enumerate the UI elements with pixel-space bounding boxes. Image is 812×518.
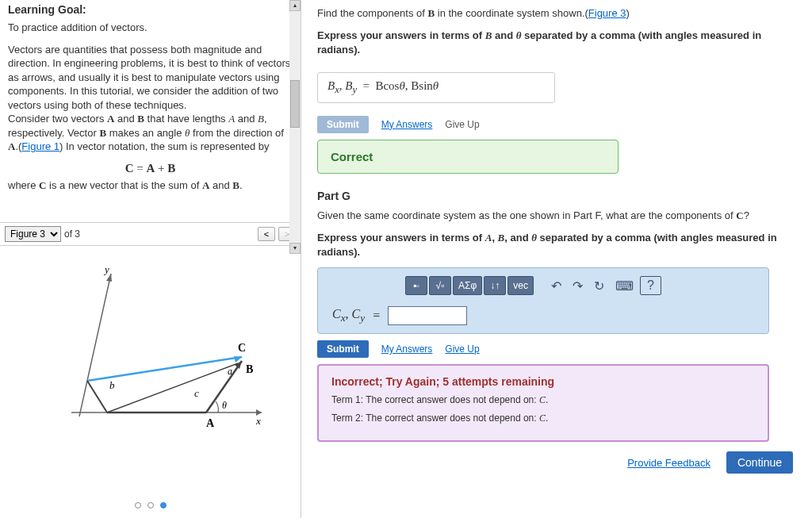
left-content: Learning Goal: To practice addition of v… [0, 0, 301, 208]
svg-line-9 [87, 381, 107, 412]
updown-tool-icon[interactable]: ↓↑ [484, 276, 506, 295]
fi2: in the coordinate system shown.( [435, 7, 588, 19]
scroll-thumb[interactable] [290, 80, 300, 128]
part-g-express: Express your answers in terms of A, B, a… [317, 231, 796, 259]
svg-text:y: y [103, 263, 109, 275]
w2: is a new vector that is the sum of [46, 179, 202, 191]
len-B: B [258, 113, 264, 125]
answer-input[interactable] [388, 306, 467, 325]
dot-1[interactable] [135, 502, 141, 508]
toolbar-row: ▪▫ √▫ ΑΣφ ↓↑ vec ↶ ↷ ↻ ⌨ ? [405, 276, 760, 295]
submit-button-g[interactable]: Submit [317, 340, 369, 358]
left-panel: Learning Goal: To practice addition of v… [0, 0, 301, 518]
svg-line-13 [107, 363, 238, 412]
correct-feedback: Correct [317, 140, 619, 174]
svg-text:A: A [206, 417, 215, 429]
vec-B2: B [99, 127, 106, 139]
goal-body-a: Vectors are quantities that possess both… [8, 44, 290, 111]
t6: from the direction of [190, 127, 284, 139]
t1: and [114, 113, 137, 125]
scroll-down-icon[interactable]: ▾ [289, 243, 301, 254]
svg-text:C: C [238, 342, 246, 354]
sqrt-tool-icon[interactable]: √▫ [429, 276, 451, 295]
incorrect-feedback: Incorrect; Try Again; 5 attempts remaini… [317, 364, 769, 442]
my-answers-link-g[interactable]: My Answers [381, 343, 433, 355]
part-f-buttons: Submit My Answers Give Up [317, 116, 796, 133]
continue-button[interactable]: Continue [726, 451, 793, 474]
vec-A2: A [8, 140, 15, 152]
incorrect-term-1: Term 1: The correct answer does not depe… [331, 394, 755, 406]
vec-B-f: B [427, 7, 435, 19]
t5: makes an angle [106, 127, 185, 139]
provide-feedback-link[interactable]: Provide Feedback [627, 457, 710, 469]
template-tool-icon[interactable]: ▪▫ [405, 276, 427, 295]
scroll-up-icon[interactable]: ▴ [289, 0, 301, 11]
svg-text:a: a [228, 366, 232, 377]
f-rhs: Bcosθ, Bsinθ [375, 79, 439, 92]
goal-intro: To practice addition of vectors. [8, 21, 293, 35]
svg-text:b: b [109, 379, 115, 391]
w4: . [239, 179, 243, 191]
dot-2[interactable] [147, 502, 154, 508]
incorrect-title: Incorrect; Try Again; 5 attempts remaini… [331, 375, 755, 388]
figure-prev-button[interactable]: < [258, 227, 275, 241]
figure-of-label: of 3 [64, 228, 80, 240]
vec-B: B [137, 113, 144, 125]
part-f-instruction: Find the components of B in the coordina… [317, 6, 796, 21]
figure-area: x y C b A c B a θ [0, 246, 301, 518]
g-lhs: Cx, Cy [332, 307, 365, 324]
w3: and [209, 179, 232, 191]
figure-select[interactable]: Figure 3 [5, 226, 61, 242]
vec-C: C [39, 179, 46, 191]
answer-toolbox: ▪▫ √▫ ΑΣφ ↓↑ vec ↶ ↷ ↻ ⌨ ? Cx, Cy = [317, 267, 769, 334]
len-A: A [228, 113, 235, 125]
incorrect-term-2: Term 2: The correct answer does not depe… [331, 412, 755, 424]
vector-diagram: x y C b A c B a θ [32, 262, 270, 436]
svg-line-3 [79, 274, 111, 416]
f-lhs: Bx, By [327, 79, 357, 92]
learning-goal-title: Learning Goal: [8, 3, 293, 16]
goal-body: Vectors are quantities that possess both… [8, 43, 293, 154]
where-line: where C is a new vector that is the sum … [8, 178, 293, 193]
svg-text:c: c [194, 387, 199, 399]
t7: ) In vector notation, the sum is represe… [59, 140, 269, 152]
figure-3-link[interactable]: Figure 3 [588, 7, 626, 19]
help-button[interactable]: ? [640, 276, 661, 295]
dot-3[interactable] [160, 502, 167, 508]
svg-text:θ: θ [222, 400, 227, 411]
answer-input-row: Cx, Cy = [332, 306, 760, 325]
give-up-link-f[interactable]: Give Up [445, 119, 479, 130]
vec-A: A [107, 113, 114, 125]
reset-icon[interactable]: ↻ [589, 278, 609, 294]
keyboard-icon[interactable]: ⌨ [611, 278, 638, 294]
part-f-answer-display: Bx, By = Bcosθ, Bsinθ [317, 72, 555, 103]
part-g-instruction: Given the same coordinate system as the … [317, 209, 796, 223]
left-scrollbar[interactable]: ▴ ▾ [289, 0, 301, 254]
w1: where [8, 179, 39, 191]
t2: that have lengths [144, 113, 228, 125]
vec-tool-button[interactable]: vec [508, 276, 534, 295]
submit-button-f[interactable]: Submit [317, 116, 369, 133]
vec-A3: A [202, 179, 209, 191]
g-eq: = [373, 309, 380, 323]
footer-row: Provide Feedback Continue [317, 451, 796, 474]
give-up-link-g[interactable]: Give Up [445, 343, 479, 355]
t3: and [235, 113, 258, 125]
my-answers-link-f[interactable]: My Answers [381, 119, 433, 130]
equation-c: C = A + B [8, 162, 293, 175]
undo-icon[interactable]: ↶ [546, 278, 566, 294]
svg-line-6 [87, 357, 242, 381]
redo-icon[interactable]: ↷ [568, 278, 588, 294]
figure-dots [135, 502, 167, 508]
fi3: ) [626, 7, 630, 19]
part-g-title: Part G [317, 190, 796, 202]
fi1: Find the components of [317, 7, 427, 19]
svg-text:B: B [246, 363, 253, 375]
right-panel: Find the components of B in the coordina… [301, 0, 812, 518]
vec-B3: B [232, 179, 239, 191]
part-g-buttons: Submit My Answers Give Up [317, 340, 796, 358]
consider-pre: Consider two vectors [8, 113, 107, 125]
svg-text:x: x [255, 415, 261, 427]
greek-tool-button[interactable]: ΑΣφ [453, 276, 482, 295]
figure-1-link[interactable]: Figure 1 [21, 140, 59, 152]
